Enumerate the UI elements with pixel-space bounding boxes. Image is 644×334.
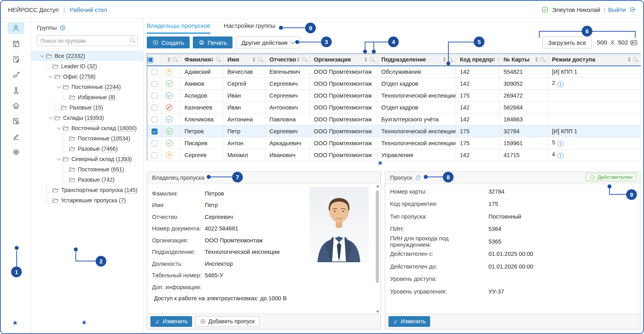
owner-panel-scrollbar[interactable]	[375, 185, 380, 313]
rail-item-journal[interactable]	[8, 53, 24, 65]
tree-item-count[interactable]: 18000	[117, 125, 136, 131]
search-icon[interactable]	[130, 38, 135, 43]
column-header[interactable]: Имя	[223, 54, 265, 66]
tree-item-count[interactable]: 19393	[85, 115, 104, 121]
tree-item-count[interactable]: 10534	[111, 135, 130, 142]
tree-item[interactable]: Постоянные 2244	[37, 82, 138, 92]
tree-item[interactable]: Склады 19393	[37, 113, 138, 123]
status-column-header[interactable]	[162, 54, 181, 66]
add-pass-button[interactable]: Добавить пропуск	[195, 316, 259, 327]
table-row[interactable]: Петров Петр Сергеевич ООО Промтехмонтаж …	[147, 125, 641, 137]
column-search-icon[interactable]	[369, 57, 375, 62]
tree-item[interactable]: Офис 2758	[37, 71, 138, 82]
tree-item-count[interactable]: 2244	[105, 84, 121, 90]
tree-item-count[interactable]: 7466	[102, 146, 118, 152]
tree-item[interactable]: Разовые 7466	[37, 144, 138, 154]
sort-icon[interactable]	[365, 57, 367, 62]
tree-item[interactable]: Разовые 15	[37, 102, 138, 113]
rail-item-schedule[interactable]	[8, 38, 24, 50]
sort-icon[interactable]	[535, 57, 538, 62]
rail-item-settings[interactable]	[8, 146, 24, 158]
chevron-down-icon[interactable]	[56, 125, 62, 131]
chevron-down-icon[interactable]	[56, 156, 62, 162]
tree-item-count[interactable]: 1393	[116, 156, 132, 162]
info-icon[interactable]: i	[557, 153, 563, 159]
row-checkbox[interactable]	[152, 140, 158, 146]
rail-item-user[interactable]	[8, 22, 24, 34]
tree-item[interactable]: Избранные 8	[37, 92, 138, 102]
column-search-icon[interactable]	[540, 57, 545, 62]
tab-group-settings[interactable]: Настройки группы	[224, 22, 275, 34]
rail-item-inspection[interactable]	[8, 69, 24, 81]
row-checkbox[interactable]	[152, 81, 158, 87]
row-checkbox[interactable]	[152, 129, 158, 134]
print-button[interactable]: Печать	[193, 36, 233, 48]
tree-item-count[interactable]: 22332	[66, 53, 85, 59]
column-header[interactable]: Код предпр	[456, 54, 500, 66]
column-search-icon[interactable]	[498, 57, 499, 62]
column-search-icon[interactable]	[302, 57, 307, 62]
table-row[interactable]: Сергеев Михаил Иванович ООО Промтехмонта…	[147, 149, 641, 161]
sort-icon[interactable]	[628, 57, 631, 62]
logout-link[interactable]: Выйти	[608, 6, 626, 13]
tree-item-count[interactable]: 742	[102, 177, 115, 183]
copy-icon[interactable]	[415, 175, 421, 181]
tree-item[interactable]: Устаревшие пропуска 7	[37, 195, 138, 205]
tree-item[interactable]: Северный склад 1393	[37, 154, 138, 164]
column-header[interactable]: Организация	[310, 54, 377, 66]
column-header[interactable]: Режим доступа	[548, 54, 641, 66]
tree-item-count[interactable]: 651	[111, 166, 124, 173]
table-row[interactable]: Адамский Вячеслав Евгеньевич ООО Промтех…	[147, 66, 641, 78]
column-header[interactable]: № Карты	[500, 54, 548, 66]
more-actions-button[interactable]: Другие действия	[236, 36, 300, 48]
edit-owner-button[interactable]: Изменить	[150, 316, 192, 327]
tree-item-count[interactable]: 8	[108, 94, 115, 100]
rail-item-home[interactable]	[8, 100, 24, 111]
info-icon[interactable]: i	[557, 141, 563, 147]
table-row[interactable]: Акимов Сергей Сергеевич ООО Промтехмонта…	[147, 78, 641, 90]
tree-item[interactable]: Восточный склад 18000	[37, 123, 138, 133]
column-search-icon[interactable]	[633, 57, 638, 62]
table-row[interactable]: Аспидов Иван Сергеевич ООО Промтехмонтаж…	[147, 90, 641, 102]
row-checkbox[interactable]	[152, 152, 158, 158]
table-row[interactable]: Казначеев Иван Антонович ООО Промтехмонт…	[147, 102, 641, 113]
create-button[interactable]: Создать	[147, 36, 190, 48]
column-search-icon[interactable]	[173, 57, 178, 62]
column-header[interactable]: Подразделение	[377, 54, 456, 66]
rail-item-presence[interactable]	[8, 84, 24, 96]
row-checkbox[interactable]	[152, 117, 158, 123]
chevron-down-icon[interactable]	[48, 115, 54, 121]
add-group-icon[interactable]	[60, 25, 66, 31]
tree-item-count[interactable]: 15	[93, 104, 103, 111]
tree-item[interactable]: Постоянные 10534	[37, 133, 138, 144]
table-row[interactable]: Ключикова Антонина Павловна ООО Промтехм…	[147, 113, 641, 125]
info-icon[interactable]: i	[557, 81, 563, 87]
tree-item-count[interactable]: 32	[87, 63, 97, 69]
row-checkbox[interactable]	[152, 105, 158, 111]
scroll-down-arrow[interactable]	[376, 311, 379, 313]
tree-item-count[interactable]: 2758	[79, 73, 96, 80]
tree-item[interactable]: Разовые 742	[37, 175, 138, 185]
rail-item-document-check[interactable]	[8, 115, 24, 127]
select-all-checkbox[interactable]	[147, 57, 153, 63]
column-header[interactable]: Фамилия	[181, 54, 223, 66]
scrollbar-thumb[interactable]	[376, 190, 379, 283]
tree-item-count[interactable]: 7	[119, 197, 126, 203]
sort-icon[interactable]	[168, 57, 170, 62]
load-all-button[interactable]: Загрузить все	[542, 36, 592, 48]
tree-item[interactable]: Постоянные 651	[37, 164, 138, 175]
sort-icon[interactable]	[211, 57, 213, 62]
column-header[interactable]: Отчество	[265, 54, 310, 66]
tree-item[interactable]: Leader ID 32	[37, 61, 138, 71]
sort-icon[interactable]	[443, 57, 446, 62]
column-search-icon[interactable]	[216, 57, 221, 62]
desktop-link[interactable]: Рабочий стол	[70, 6, 107, 13]
tree-item[interactable]: Транспортные пропуска 145	[37, 185, 138, 195]
table-row[interactable]: Писарев Антон Аркадьевич ООО Промтехмонт…	[147, 137, 641, 149]
sort-icon[interactable]	[493, 57, 495, 62]
column-search-icon[interactable]	[258, 57, 263, 62]
logout-icon[interactable]	[629, 6, 636, 13]
scroll-up-arrow[interactable]	[376, 185, 379, 187]
edit-pass-button[interactable]: Изменить	[388, 316, 430, 327]
tab-pass-owners[interactable]: Владельцы пропусков	[147, 22, 210, 34]
